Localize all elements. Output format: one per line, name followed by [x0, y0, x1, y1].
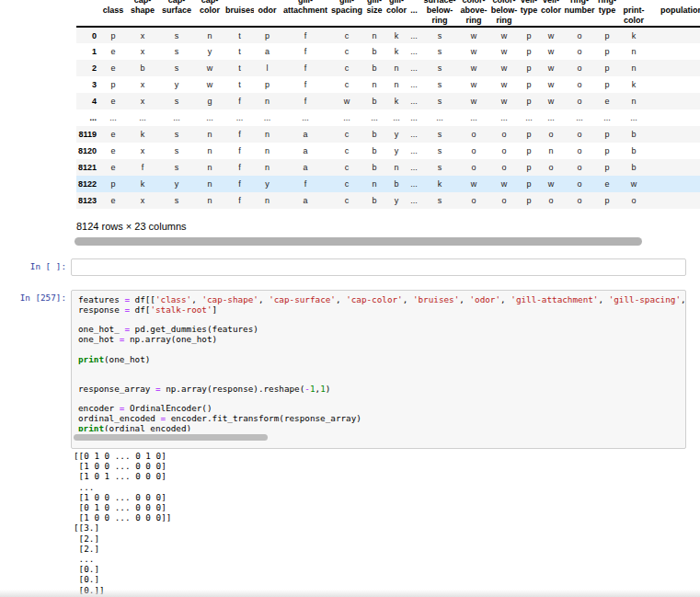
table-cell: ...: [126, 109, 159, 126]
table-cell: o: [564, 143, 595, 159]
table-cell: s: [159, 143, 194, 159]
table-cell: n: [619, 60, 648, 76]
col-header-cap-surface: cap-surface: [159, 0, 194, 27]
table-cell: b: [126, 60, 159, 76]
table-cell: f: [225, 176, 254, 192]
table-cell: p: [520, 93, 538, 109]
table-cell: b: [363, 159, 385, 176]
table-cell: c: [330, 27, 363, 43]
table-cell: w: [538, 27, 564, 43]
code-editor-text[interactable]: features = df[['class', 'cap-shape', 'ca…: [72, 291, 685, 431]
code-line: response = df['stalk-root']: [78, 305, 685, 316]
table-cell: o: [564, 126, 595, 143]
table-cell: x: [126, 43, 159, 60]
table-row: 4exsgfnfwbk...swwpwoen: [76, 93, 700, 109]
col-header-ellipsis: ...: [407, 0, 420, 27]
table-cell: o: [538, 159, 564, 176]
table-cell: o: [564, 93, 595, 109]
row-index: 8121: [76, 159, 100, 176]
col-header-gill-attachment: gill-attachment: [281, 0, 330, 27]
table-cell: o: [564, 27, 595, 43]
table-cell: b: [619, 143, 648, 159]
table-cell: ...: [459, 109, 488, 126]
table-cell: ...: [407, 143, 420, 159]
table-cell: k: [385, 93, 407, 109]
table-cell: ...: [407, 126, 420, 143]
table-cell: o: [619, 192, 648, 209]
table-cell: n: [194, 192, 225, 209]
table-cell: t: [225, 27, 254, 43]
table-cell: ...: [407, 43, 420, 60]
table-cell: k: [385, 43, 407, 60]
table-cell: a: [254, 43, 281, 60]
table-cell: a: [281, 192, 330, 209]
table-row: 1exsytafcbk...swwpwopn: [76, 43, 700, 60]
table-cell: w: [488, 60, 520, 76]
table-row: 3pxywtpfcnn...swwpwopk: [76, 76, 700, 93]
table-cell: ...: [407, 192, 420, 209]
table-cell: n: [194, 27, 225, 43]
table-cell: s: [420, 192, 459, 209]
table-cell: p: [595, 76, 619, 93]
table-cell: p: [595, 143, 619, 159]
table-cell: s: [420, 43, 459, 60]
table-cell: ...: [407, 60, 420, 76]
table-cell: [648, 192, 700, 209]
table-cell: ...: [225, 109, 254, 126]
empty-code-input[interactable]: [71, 258, 686, 276]
dataframe-dimensions: 8124 rows × 23 columns: [76, 221, 187, 232]
table-cell: o: [459, 143, 488, 159]
table-cell: ...: [254, 109, 281, 126]
table-row: ........................................…: [76, 109, 700, 126]
table-cell: b: [363, 192, 385, 209]
table-cell: w: [488, 76, 520, 93]
code-cell-prompt: In [257]:: [0, 293, 66, 303]
table-cell: s: [159, 159, 194, 176]
table-cell: [648, 109, 700, 126]
code-input-area[interactable]: features = df[['class', 'cap-shape', 'ca…: [71, 290, 686, 449]
table-cell: s: [159, 126, 194, 143]
table-cell: ...: [520, 109, 538, 126]
table-cell: n: [254, 93, 281, 109]
table-cell: w: [488, 43, 520, 60]
table-cell: ...: [100, 109, 126, 126]
empty-cell-prompt: In [ ]:: [0, 261, 66, 271]
table-cell: w: [538, 60, 564, 76]
table-horizontal-scrollbar[interactable]: [75, 237, 642, 246]
table-cell: ...: [619, 109, 648, 126]
table-row: 8123exsnfnacby...soopoopo: [76, 192, 700, 209]
table-cell: [648, 159, 700, 176]
table-cell: p: [520, 60, 538, 76]
col-header-ring-type: ring-type: [595, 0, 619, 27]
table-cell: b: [363, 60, 385, 76]
table-cell: f: [126, 159, 159, 176]
table-cell: f: [281, 27, 330, 43]
table-cell: p: [254, 27, 281, 43]
table-cell: n: [385, 76, 407, 93]
code-horizontal-scrollbar[interactable]: [74, 434, 268, 441]
table-cell: s: [159, 93, 194, 109]
table-cell: w: [538, 76, 564, 93]
table-cell: p: [100, 27, 126, 43]
table-cell: s: [420, 27, 459, 43]
table-cell: l: [254, 60, 281, 76]
table-cell: y: [254, 176, 281, 192]
table-cell: f: [225, 93, 254, 109]
table-cell: f: [281, 60, 330, 76]
table-cell: y: [194, 43, 225, 60]
table-cell: ...: [407, 176, 420, 192]
table-cell: w: [459, 176, 488, 192]
table-cell: ...: [407, 159, 420, 176]
table-cell: [648, 176, 700, 192]
table-cell: [648, 76, 700, 93]
table-cell: f: [225, 192, 254, 209]
row-index: 8122: [76, 176, 100, 192]
table-cell: p: [595, 27, 619, 43]
table-cell: ...: [564, 109, 595, 126]
table-cell: ...: [363, 109, 385, 126]
table-cell: n: [194, 176, 225, 192]
table-cell: t: [225, 43, 254, 60]
table-cell: s: [159, 60, 194, 76]
table-cell: s: [420, 93, 459, 109]
scrollbar-thumb[interactable]: [75, 237, 642, 246]
